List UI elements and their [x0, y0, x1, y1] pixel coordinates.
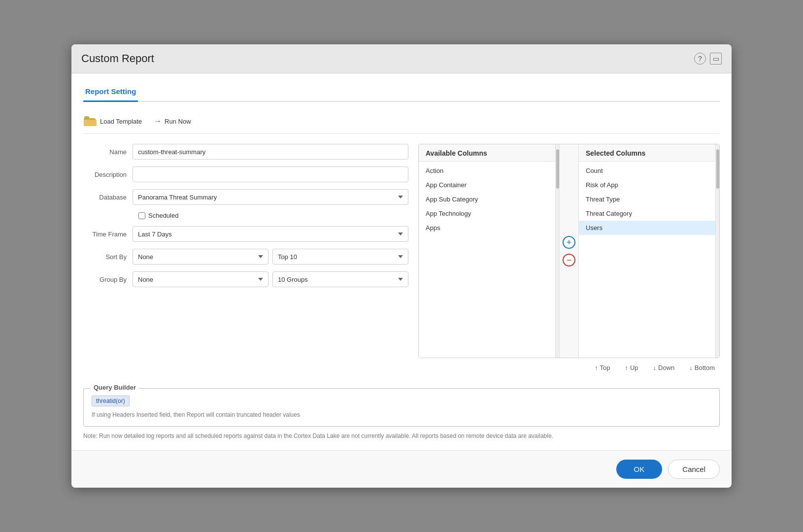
selected-scrollbar[interactable] — [715, 144, 719, 358]
query-builder-legend: Query Builder — [91, 384, 139, 391]
query-builder-section: Query Builder threatid(or) If using Head… — [83, 388, 720, 427]
list-item[interactable]: App Sub Category — [419, 192, 555, 206]
available-columns-header: Available Columns — [419, 144, 555, 162]
timeframe-row: Time Frame Last 7 Days Last 30 Days Last… — [83, 226, 408, 242]
list-item[interactable]: App Technology — [419, 206, 555, 221]
tab-report-setting[interactable]: Report Setting — [83, 83, 138, 102]
sortby-select[interactable]: None Count Risk of App — [133, 249, 268, 265]
top-button[interactable]: ↑ Top — [592, 362, 613, 373]
run-now-button[interactable]: → Run Now — [154, 117, 191, 126]
database-select[interactable]: Panorama Threat Summary Traffic Summary … — [133, 189, 408, 205]
bottom-arrow-icon: ↓ — [689, 364, 693, 371]
add-column-button[interactable]: + — [563, 236, 575, 249]
list-item[interactable]: Risk of App — [579, 178, 715, 192]
list-item[interactable]: Count — [579, 164, 715, 178]
available-columns-panel: Available Columns Action App Container A… — [419, 144, 555, 358]
column-transfer-controls: + − — [559, 144, 579, 358]
up-label: Up — [630, 364, 638, 371]
sortby-label: Sort By — [83, 253, 133, 261]
list-item[interactable]: Users — [579, 221, 715, 235]
dialog-title: Custom Report — [81, 52, 154, 65]
remove-icon: − — [567, 256, 572, 265]
description-label: Description — [83, 171, 133, 178]
timeframe-label: Time Frame — [83, 231, 133, 238]
available-scrollbar-thumb — [556, 149, 559, 189]
minimize-icon[interactable]: ▭ — [710, 53, 722, 65]
cancel-button[interactable]: Cancel — [668, 460, 720, 479]
up-button[interactable]: ↑ Up — [622, 362, 641, 373]
groupby-select[interactable]: None Action App — [133, 271, 268, 287]
load-template-button[interactable]: Load Template — [83, 116, 142, 127]
sortby-selects: None Count Risk of App Top 10 Top 25 Top… — [133, 249, 408, 265]
down-button[interactable]: ↓ Down — [650, 362, 678, 373]
timeframe-select[interactable]: Last 7 Days Last 30 Days Last 90 Days — [133, 226, 408, 242]
name-row: Name — [83, 144, 408, 160]
load-template-label: Load Template — [100, 118, 142, 125]
down-label: Down — [658, 364, 674, 371]
dialog-header: Custom Report ? ▭ — [71, 44, 732, 73]
scheduled-label: Scheduled — [148, 212, 178, 219]
top-label: Top — [600, 364, 610, 371]
columns-area: Available Columns Action App Container A… — [418, 144, 720, 373]
dialog-footer: OK Cancel — [71, 450, 732, 488]
selected-columns-panel: Selected Columns Count Risk of App Threa… — [579, 144, 715, 358]
bottom-button[interactable]: ↓ Bottom — [686, 362, 718, 373]
columns-footer: ↑ Top ↑ Up ↓ Down ↓ Bottom — [418, 358, 720, 373]
selected-columns-list: Count Risk of App Threat Type Threat Cat… — [579, 162, 715, 358]
down-arrow-icon: ↓ — [653, 364, 657, 371]
bottom-label: Bottom — [695, 364, 715, 371]
database-row: Database Panorama Threat Summary Traffic… — [83, 189, 408, 205]
available-scrollbar[interactable] — [555, 144, 559, 358]
scheduled-checkbox[interactable] — [138, 212, 145, 219]
form-left: Name Description Database Panorama Threa… — [83, 144, 408, 373]
run-now-arrow-icon: → — [154, 117, 162, 126]
query-input-row: threatid(or) — [92, 396, 711, 406]
top-arrow-icon: ↑ — [595, 364, 598, 371]
description-row: Description — [83, 166, 408, 182]
load-template-icon — [83, 116, 97, 127]
help-icon[interactable]: ? — [694, 53, 706, 65]
list-item[interactable]: Action — [419, 164, 555, 178]
groups-select[interactable]: 10 Groups 25 Groups 50 Groups — [272, 271, 408, 287]
custom-report-dialog: Custom Report ? ▭ Report Setting Load Te… — [71, 44, 732, 488]
scheduled-row: Scheduled — [83, 212, 408, 219]
top-select[interactable]: Top 10 Top 25 Top 50 — [272, 249, 408, 265]
remove-column-button[interactable]: − — [563, 254, 575, 266]
list-item[interactable]: App Container — [419, 178, 555, 192]
dialog-header-icons: ? ▭ — [694, 53, 722, 65]
list-item[interactable]: Threat Type — [579, 192, 715, 206]
database-label: Database — [83, 194, 133, 201]
notice-text: Note: Run now detailed log reports and a… — [83, 432, 720, 440]
available-columns-list: Action App Container App Sub Category Ap… — [419, 162, 555, 358]
groupby-label: Group By — [83, 276, 133, 283]
groupby-row: Group By None Action App 10 Groups 25 Gr… — [83, 271, 408, 287]
toolbar: Load Template → Run Now — [83, 111, 720, 134]
selected-columns-header: Selected Columns — [579, 144, 715, 162]
form-area: Name Description Database Panorama Threa… — [83, 144, 720, 373]
groupby-selects: None Action App 10 Groups 25 Groups 50 G… — [133, 271, 408, 287]
list-item[interactable]: Apps — [419, 221, 555, 235]
query-note: If using Headers Inserted field, then Re… — [92, 411, 711, 418]
query-chip[interactable]: threatid(or) — [92, 396, 130, 406]
up-arrow-icon: ↑ — [625, 364, 628, 371]
selected-scrollbar-thumb — [716, 149, 719, 189]
sortby-row: Sort By None Count Risk of App Top 10 To… — [83, 249, 408, 265]
name-input[interactable] — [133, 144, 408, 160]
dialog-body: Report Setting Load Template → Run Now — [71, 73, 732, 450]
ok-button[interactable]: OK — [616, 460, 663, 479]
columns-panels: Available Columns Action App Container A… — [418, 144, 720, 358]
description-input[interactable] — [133, 166, 408, 182]
tab-bar: Report Setting — [83, 83, 720, 102]
list-item[interactable]: Threat Category — [579, 206, 715, 221]
add-icon: + — [567, 238, 572, 247]
run-now-label: Run Now — [165, 118, 191, 125]
name-label: Name — [83, 148, 133, 156]
